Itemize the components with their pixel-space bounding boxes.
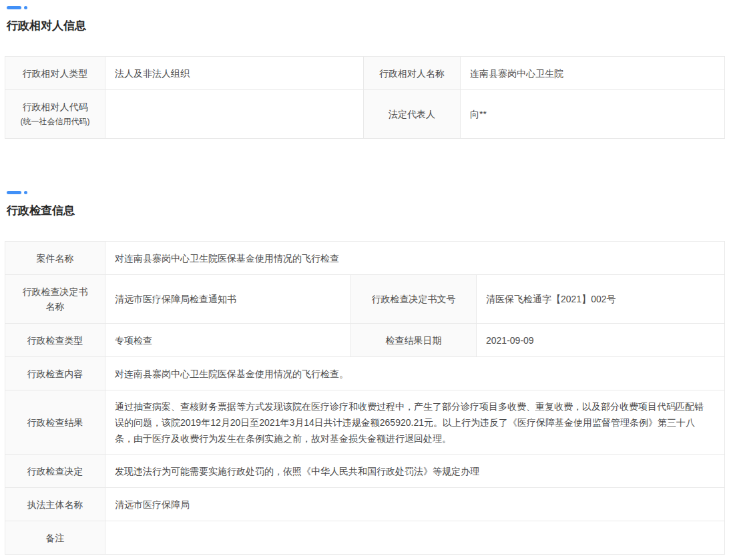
section-accent-decoration	[7, 5, 724, 9]
field-label-legal-rep: 法定代表人	[364, 90, 461, 139]
accent-dot-icon	[24, 191, 27, 194]
field-label-inspection-content: 行政检查内容	[5, 357, 105, 390]
field-value-decision-doc-no: 清医保飞检通字【2021】002号	[477, 275, 725, 324]
field-label-decision-doc-name: 行政检查决定书名称	[5, 275, 105, 324]
field-label-party-code: 行政相对人代码 (统一社会信用代码)	[5, 90, 105, 139]
field-label-party-type: 行政相对人类型	[5, 57, 105, 90]
table-row: 行政相对人类型 法人及非法人组织 行政相对人名称 连南县寨岗中心卫生院	[5, 57, 725, 90]
page: 行政相对人信息 行政相对人类型 法人及非法人组织 行政相对人名称 连南县寨岗中心…	[0, 0, 729, 559]
section-inspection-info: 行政检查信息 案件名称 对连南县寨岗中心卫生院医保基金使用情况的飞行检查 行政检…	[5, 190, 724, 555]
table-row: 行政检查类型 专项检查 检查结果日期 2021-09-09	[5, 324, 725, 357]
field-value-inspection-result: 通过抽查病案、查核财务票据等方式发现该院在医疗诊疗和收费过程中，产生了部分诊疗项…	[105, 390, 725, 455]
field-label-inspection-type: 行政检查类型	[5, 324, 105, 357]
field-value-party-type: 法人及非法人组织	[105, 57, 364, 90]
table-row: 行政检查决定书名称 清远市医疗保障局检查通知书 行政检查决定书文号 清医保飞检通…	[5, 275, 725, 324]
inspection-section-title: 行政检查信息	[7, 203, 724, 218]
accent-dot-icon	[24, 6, 27, 9]
field-label-party-name: 行政相对人名称	[364, 57, 461, 90]
party-section-title: 行政相对人信息	[7, 18, 724, 33]
inspection-info-table: 案件名称 对连南县寨岗中心卫生院医保基金使用情况的飞行检查 行政检查决定书名称 …	[5, 241, 725, 555]
table-row: 行政检查结果 通过抽查病案、查核财务票据等方式发现该院在医疗诊疗和收费过程中，产…	[5, 390, 725, 455]
party-section-header: 行政相对人信息	[5, 5, 724, 33]
field-value-inspection-decision: 发现违法行为可能需要实施行政处罚的，依照《中华人民共和国行政处罚法》等规定办理	[105, 455, 725, 488]
table-row: 行政检查决定 发现违法行为可能需要实施行政处罚的，依照《中华人民共和国行政处罚法…	[5, 455, 725, 488]
field-value-legal-rep: 向**	[461, 90, 725, 139]
table-row: 行政检查内容 对连南县寨岗中心卫生院医保基金使用情况的飞行检查。	[5, 357, 725, 390]
field-value-authority-name: 清远市医疗保障局	[105, 488, 725, 521]
table-row: 案件名称 对连南县寨岗中心卫生院医保基金使用情况的飞行检查	[5, 242, 725, 275]
party-info-table: 行政相对人类型 法人及非法人组织 行政相对人名称 连南县寨岗中心卫生院 行政相对…	[5, 56, 725, 139]
accent-dash-icon	[7, 191, 21, 194]
inspection-section-header: 行政检查信息	[5, 190, 724, 218]
field-value-case-name: 对连南县寨岗中心卫生院医保基金使用情况的飞行检查	[105, 242, 725, 275]
field-label-inspection-result: 行政检查结果	[5, 390, 105, 455]
field-label-result-date: 检查结果日期	[351, 324, 477, 357]
field-label-inspection-decision: 行政检查决定	[5, 455, 105, 488]
field-value-result-date: 2021-09-09	[477, 324, 725, 357]
accent-dash-icon	[7, 6, 21, 9]
field-label-decision-doc-no: 行政检查决定书文号	[351, 275, 477, 324]
field-label-authority-name: 执法主体名称	[5, 488, 105, 521]
table-row: 行政相对人代码 (统一社会信用代码) 法定代表人 向**	[5, 90, 725, 139]
field-value-inspection-type: 专项检查	[105, 324, 351, 357]
party-code-label-main: 行政相对人代码	[23, 101, 88, 112]
field-value-party-code	[105, 90, 364, 139]
field-label-case-name: 案件名称	[5, 242, 105, 275]
section-party-info: 行政相对人信息 行政相对人类型 法人及非法人组织 行政相对人名称 连南县寨岗中心…	[5, 5, 724, 139]
field-value-decision-doc-name: 清远市医疗保障局检查通知书	[105, 275, 351, 324]
party-code-label-sub: (统一社会信用代码)	[19, 114, 91, 129]
field-value-party-name: 连南县寨岗中心卫生院	[461, 57, 725, 90]
field-label-remark: 备注	[5, 521, 105, 555]
field-value-remark	[105, 521, 725, 555]
table-row: 备注	[5, 521, 725, 555]
section-accent-decoration	[7, 190, 724, 194]
table-row: 执法主体名称 清远市医疗保障局	[5, 488, 725, 521]
field-value-inspection-content: 对连南县寨岗中心卫生院医保基金使用情况的飞行检查。	[105, 357, 725, 390]
